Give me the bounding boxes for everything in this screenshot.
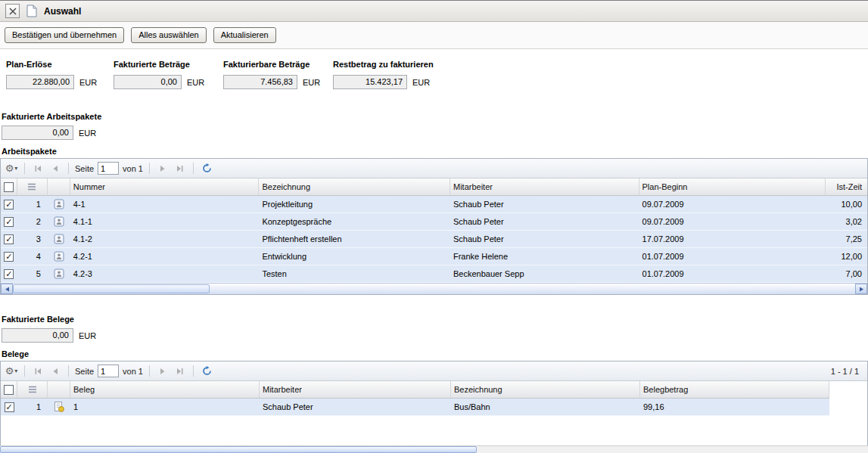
fakturierbare-betraege-label: Fakturierbare Beträge [223, 60, 333, 69]
fakturierte-betraege-label: Fakturierte Beträge [114, 60, 223, 69]
cell-bezeichnung: Projektleitung [259, 196, 450, 213]
arbeitspakete-grid-toolbar: ⚙▾ Seite von 1 [1, 159, 867, 178]
table-row[interactable]: 4 4.2-1 Entwicklung Franke Helene 01.07.… [1, 248, 867, 265]
close-button[interactable] [5, 4, 20, 18]
belege-grid: ⚙▾ Seite von 1 [0, 361, 868, 451]
grid-refresh-button[interactable] [200, 162, 213, 175]
row-checkbox[interactable] [4, 234, 14, 244]
row-number: 2 [17, 213, 48, 230]
page-input[interactable] [98, 365, 119, 377]
prev-page-button[interactable] [48, 162, 62, 175]
next-page-icon [159, 165, 166, 172]
row-number: 4 [17, 248, 48, 265]
next-page-button[interactable] [156, 365, 170, 378]
cell-ist-zeit: 12,00 [826, 248, 867, 265]
table-row[interactable]: 5 4.2-3 Testen Beckenbauer Sepp 01.07.20… [1, 265, 867, 283]
row-number-icon [17, 178, 48, 195]
cell-mitarbeiter: Schaub Peter [450, 196, 639, 213]
cell-ist-zeit: 7,00 [826, 265, 867, 282]
next-page-button[interactable] [156, 162, 170, 175]
first-page-button[interactable] [31, 365, 45, 378]
page-title: Auswahl [44, 6, 81, 17]
row-checkbox[interactable] [4, 252, 14, 262]
prev-page-button[interactable] [48, 365, 62, 378]
toolbar-separator [193, 365, 194, 377]
plan-erloese-label: Plan-Erlöse [6, 60, 114, 69]
column-header-nummer[interactable]: Nummer [70, 178, 260, 195]
scroll-right-button[interactable] [855, 284, 867, 294]
cell-bezeichnung: Testen [259, 265, 450, 282]
confirm-apply-button[interactable]: Bestätigen und übernehmen [5, 27, 124, 43]
refresh-icon [202, 366, 212, 376]
cell-nummer: 4.1-1 [70, 213, 260, 230]
table-row[interactable]: 3 4.1-2 Pflichtenheft erstellen Schaub P… [1, 231, 867, 248]
scrollbar-thumb[interactable] [0, 446, 477, 453]
grid-refresh-button[interactable] [200, 365, 213, 378]
row-number: 1 [17, 399, 48, 415]
currency-label: EUR [303, 78, 320, 87]
refresh-icon [202, 163, 212, 173]
cell-ist-zeit: 7,25 [826, 231, 867, 247]
fakturierte-betraege-value: 0,00 [114, 75, 182, 89]
fakturierte-belege-label: Fakturierte Belege [0, 315, 868, 324]
plan-erloese-value: 22.880,00 [6, 75, 74, 89]
page-horizontal-scrollbar[interactable] [0, 445, 868, 453]
column-header-mitarbeiter[interactable]: Mitarbeiter [260, 381, 451, 398]
arrow-right-icon [859, 287, 864, 292]
next-page-icon [159, 368, 166, 375]
last-page-icon [176, 165, 184, 172]
column-header-belegbetrag[interactable]: Belegbetrag [640, 381, 829, 398]
grid-settings-button[interactable]: ⚙▾ [5, 162, 18, 175]
belege-header: Beleg Mitarbeiter Bezeichnung Belegbetra… [1, 381, 829, 399]
toolbar-separator [24, 163, 25, 174]
column-header-ist-zeit[interactable]: Ist-Zeit [826, 178, 867, 195]
fakturierte-arbeitspakete-label: Fakturierte Arbeitspakete [0, 112, 868, 121]
table-row[interactable]: 2 4.1-1 Konzeptgespräche Schaub Peter 09… [1, 213, 867, 231]
cell-bezeichnung: Entwicklung [259, 248, 450, 265]
column-header-bezeichnung[interactable]: Bezeichnung [259, 178, 450, 195]
belege-grid-toolbar: ⚙▾ Seite von 1 [1, 361, 867, 381]
cell-mitarbeiter: Schaub Peter [260, 399, 451, 415]
last-page-button[interactable] [173, 162, 187, 175]
row-checkbox[interactable] [4, 217, 14, 227]
fakturierte-belege-value: 0,00 [2, 328, 73, 343]
row-checkbox[interactable] [4, 200, 14, 209]
column-header-mitarbeiter[interactable]: Mitarbeiter [450, 178, 639, 195]
table-row[interactable]: 1 1 Schaub Peter Bus/Bahn 99,16 [1, 399, 829, 416]
select-all-button[interactable]: Alles auswählen [131, 27, 207, 43]
currency-label: EUR [79, 129, 96, 138]
table-row[interactable]: 1 4-1 Projektleitung Schaub Peter 09.07.… [1, 196, 867, 213]
grid-horizontal-scrollbar[interactable] [1, 283, 867, 294]
chevron-down-icon: ▾ [14, 165, 17, 172]
action-toolbar: Bestätigen und übernehmen Alles auswähle… [0, 22, 868, 49]
scroll-left-button[interactable] [1, 284, 13, 294]
toolbar-separator [149, 365, 150, 377]
last-page-button[interactable] [173, 365, 187, 378]
column-header-bezeichnung[interactable]: Bezeichnung [451, 381, 640, 398]
grid-settings-button[interactable]: ⚙▾ [5, 365, 18, 378]
scrollbar-track[interactable] [13, 284, 855, 294]
scrollbar-thumb[interactable] [13, 284, 210, 293]
refresh-page-button[interactable]: Aktualisieren [213, 27, 276, 43]
workpackage-icon [48, 213, 70, 230]
currency-label: EUR [187, 78, 204, 87]
cell-mitarbeiter: Schaub Peter [450, 231, 639, 247]
workpackage-icon [48, 265, 70, 282]
cell-ist-zeit: 10,00 [826, 196, 867, 213]
column-header-beleg[interactable]: Beleg [70, 381, 260, 398]
row-checkbox[interactable] [4, 269, 14, 279]
gear-icon: ⚙ [5, 366, 14, 376]
row-checkbox[interactable] [5, 402, 14, 412]
page-input[interactable] [98, 162, 119, 175]
cell-plan-beginn: 01.07.2009 [639, 265, 826, 282]
select-all-checkbox[interactable] [4, 385, 14, 395]
workpackage-icon [48, 196, 70, 213]
arbeitspakete-title: Arbeitspakete [0, 147, 868, 156]
cell-belegbetrag: 99,16 [640, 399, 829, 415]
page-of-label: von 1 [123, 164, 143, 173]
toolbar-separator [68, 365, 69, 377]
select-all-checkbox[interactable] [4, 182, 14, 192]
currency-label: EUR [412, 78, 430, 87]
column-header-plan-beginn[interactable]: Plan-Beginn [639, 178, 826, 195]
first-page-button[interactable] [31, 162, 45, 175]
